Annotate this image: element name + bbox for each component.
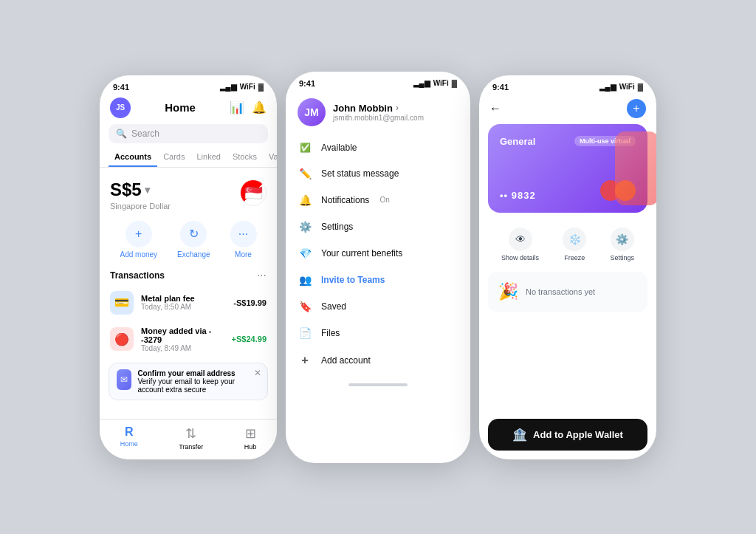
bell-menu-icon: 🔔 [298, 194, 312, 206]
menu-notifications[interactable]: 🔔 Notifications On [286, 187, 470, 213]
battery-icon-2: ▓ [452, 79, 457, 87]
scene: 🤨 9:41 ▂▄▆ WiFi ▓ JS Home 📊 🔔 [0, 0, 756, 534]
menu-files-label: Files [321, 328, 340, 338]
flag-sg: 🇸🇬 [240, 179, 267, 206]
menu-benefits[interactable]: 💎 Your current benefits [286, 240, 470, 267]
exchange-button[interactable]: ↻ Exchange [177, 221, 210, 259]
transaction-item-2[interactable]: 🔴 Money added via --3279 Today, 8:49 AM … [100, 321, 277, 358]
nav-home[interactable]: R Home [120, 425, 138, 451]
tab-vault[interactable]: Vault [263, 149, 277, 167]
menu-settings[interactable]: ⚙️ Settings [286, 213, 470, 240]
tab-accounts[interactable]: Accounts [109, 149, 157, 167]
menu-saved[interactable]: 🔖 Saved [286, 293, 470, 320]
transaction-item-1[interactable]: 💳 Metal plan fee Today, 8:50 AM -S$19.99 [100, 285, 277, 321]
signal-icon-3: ▂▄▆ [599, 83, 616, 91]
menu-add-account[interactable]: + Add account [286, 346, 470, 374]
no-tx-text: No transactions yet [526, 287, 595, 296]
transactions-more-icon[interactable]: ··· [257, 269, 267, 282]
tx-info-1: Metal plan fee Today, 8:50 AM [141, 294, 226, 311]
search-bar[interactable]: 🔍 Search [109, 124, 268, 143]
home-bar-2 [348, 383, 408, 386]
add-money-label: Add money [120, 250, 157, 259]
menu-files[interactable]: 📄 Files [286, 320, 470, 346]
home-header: JS Home 📊 🔔 [100, 95, 277, 124]
show-details-button[interactable]: 👁 Show details [501, 227, 539, 261]
card-peek [615, 131, 656, 205]
nav-home-label: Home [120, 440, 138, 448]
chevron-right-icon: › [396, 103, 399, 113]
add-to-apple-wallet-button[interactable]: 🏦 Add to Apple Wallet [488, 419, 647, 451]
tx-name-2: Money added via --3279 [141, 326, 224, 344]
search-placeholder: Search [131, 129, 159, 139]
no-transactions-banner: 🎉 No transactions yet [488, 272, 647, 312]
home-nav-icon: R [125, 425, 134, 439]
tab-cards[interactable]: Cards [157, 149, 190, 167]
card-header: ← + [479, 95, 656, 124]
battery-icon-1: ▓ [258, 83, 264, 91]
email-banner-subtitle: Verify your email to keep your account e… [137, 377, 260, 394]
add-money-icon: + [126, 221, 152, 247]
edit-icon: ✏️ [298, 168, 312, 179]
chevron-down-icon[interactable]: ▾ [145, 184, 150, 196]
card-number: •• 9832 [500, 190, 536, 201]
add-wallet-label: Add to Apple Wallet [533, 429, 623, 440]
phone-1: 9:41 ▂▄▆ WiFi ▓ JS Home 📊 🔔 🔍 Searc [100, 75, 277, 459]
email-text: Confirm your email address Verify your e… [137, 369, 260, 394]
tx-name-1: Metal plan fee [141, 294, 226, 303]
wifi-icon-1: WiFi [240, 83, 255, 91]
bookmark-icon: 🔖 [298, 301, 312, 312]
menu-benefits-label: Your current benefits [321, 248, 402, 259]
tab-linked[interactable]: Linked [190, 149, 226, 167]
status-icons-2: ▂▄▆ WiFi ▓ [413, 79, 457, 87]
email-close-icon[interactable]: ✕ [254, 368, 261, 378]
menu-user-info: John Mobbin › jsmith.mobbin1@gmail.com [333, 103, 458, 122]
menu-user-row[interactable]: JM John Mobbin › jsmith.mobbin1@gmail.co… [286, 91, 470, 135]
more-icon: ··· [230, 221, 257, 247]
time-2: 9:41 [299, 79, 315, 88]
menu-settings-label: Settings [321, 222, 353, 232]
battery-icon-3: ▓ [638, 83, 643, 91]
card-settings-icon: ⚙️ [611, 227, 634, 251]
nav-hub[interactable]: ⊞ Hub [244, 425, 257, 451]
menu-teams-invite[interactable]: 👥 Invite to Teams [286, 267, 470, 293]
email-icon: ✉ [117, 369, 131, 390]
freeze-button[interactable]: ❄️ Freeze [563, 227, 586, 261]
add-money-button[interactable]: + Add money [120, 221, 157, 259]
diamond-icon: 💎 [298, 247, 312, 259]
menu-available[interactable]: ✅ Available [286, 135, 470, 160]
menu-available-label: Available [321, 143, 357, 153]
transfer-nav-icon: ⇅ [185, 425, 196, 442]
settings-icon: ⚙️ [298, 221, 312, 233]
bell-icon[interactable]: 🔔 [252, 100, 267, 114]
menu-status-message[interactable]: ✏️ Set status message [286, 160, 470, 187]
add-card-button[interactable]: + [627, 99, 646, 118]
notifications-on-label: On [379, 196, 389, 204]
wallet-icon: 🏦 [512, 428, 527, 442]
teams-icon: 👥 [298, 274, 312, 286]
status-bar-3: 9:41 ▂▄▆ WiFi ▓ [479, 75, 656, 95]
home-indicator-2 [286, 374, 470, 389]
hub-nav-icon: ⊞ [245, 425, 256, 442]
email-banner-title: Confirm your email address [137, 369, 260, 377]
nav-hub-label: Hub [244, 443, 257, 451]
nav-transfer[interactable]: ⇅ Transfer [179, 425, 203, 451]
show-details-label: Show details [501, 254, 539, 261]
transactions-title: Transactions [110, 270, 165, 281]
avatar-js[interactable]: JS [110, 97, 131, 118]
card-settings-button[interactable]: ⚙️ Settings [610, 227, 634, 261]
back-button[interactable]: ← [489, 102, 501, 115]
more-button[interactable]: ··· More [230, 221, 257, 259]
wifi-icon-2: WiFi [433, 79, 449, 87]
chart-icon[interactable]: 📊 [230, 100, 244, 114]
balance-currency: Singapore Dollar [110, 202, 171, 210]
balance-section: S$5 ▾ Singapore Dollar 🇸🇬 [100, 174, 277, 213]
tab-stocks[interactable]: Stocks [227, 149, 263, 167]
more-label: More [235, 250, 252, 259]
card-settings-label: Settings [610, 254, 634, 261]
tx-date-2: Today, 8:49 AM [141, 344, 224, 352]
menu-status-label: Set status message [321, 168, 399, 179]
exchange-icon: ↻ [180, 221, 207, 247]
status-icons-3: ▂▄▆ WiFi ▓ [599, 83, 643, 91]
no-tx-icon: 🎉 [498, 282, 518, 301]
status-icons-1: ▂▄▆ WiFi ▓ [220, 83, 264, 91]
